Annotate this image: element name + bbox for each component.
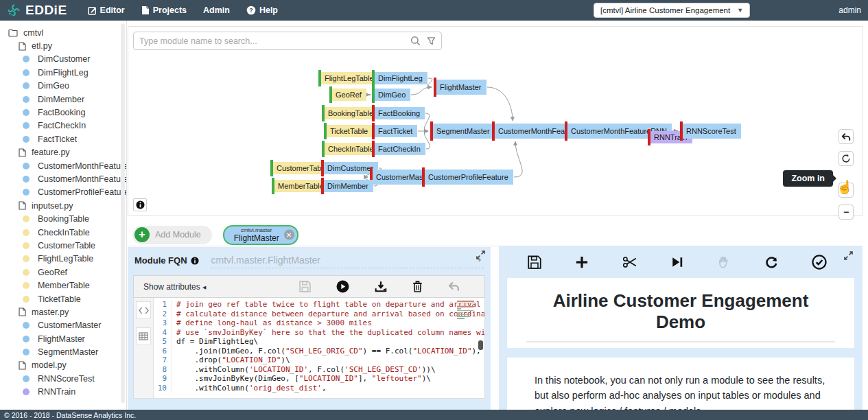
refresh-button[interactable]: [838, 151, 854, 166]
nav-item-admin[interactable]: Admin: [195, 0, 238, 21]
code-line[interactable]: 3# define long-haul as distance > 3000 m…: [154, 318, 484, 328]
run-all-button[interactable]: [671, 256, 683, 268]
code-line[interactable]: 6 .join(DimGeo, F.col("SCH_LEG_ORIG_CD")…: [154, 347, 484, 356]
dag-node-RNNScoreTest[interactable]: RNNScoreTest: [680, 124, 741, 139]
close-tab-icon[interactable]: ✕: [284, 230, 294, 240]
code-line[interactable]: 5df = DimFlightLeg\: [154, 337, 484, 347]
module-dot-icon: [23, 282, 30, 289]
add-cell-button[interactable]: [575, 255, 589, 269]
step-forward-icon: [671, 256, 683, 268]
tree-module-DimCustomer[interactable]: DimCustomer: [0, 53, 126, 66]
tree-file-master-py[interactable]: master.py: [0, 305, 126, 318]
dag-node-CustomerProfileFeature[interactable]: CustomerProfileFeature: [422, 170, 513, 185]
tree-folder-cmtvl[interactable]: cmtvl: [0, 26, 126, 39]
brand[interactable]: EDDiE: [7, 3, 67, 18]
tree-file-model-py[interactable]: model.py: [0, 359, 126, 372]
tree-module-DimMember[interactable]: DimMember: [0, 93, 126, 106]
nav-item-help[interactable]: ? Help: [238, 0, 286, 21]
code-view-button[interactable]: [136, 301, 151, 319]
tree-module-FactTicket[interactable]: FactTicket: [0, 132, 126, 145]
tree-module-FactBooking[interactable]: FactBooking: [0, 106, 126, 119]
tree-module-CustomerTable[interactable]: CustomerTable: [0, 239, 126, 252]
dag-node-DimGeo[interactable]: DimGeo: [372, 89, 410, 101]
interrupt-button[interactable]: [717, 255, 731, 269]
run-button[interactable]: [336, 280, 349, 293]
zoom-out-button[interactable]: −: [838, 205, 854, 220]
tree-module-MemberTable[interactable]: MemberTable: [0, 279, 126, 292]
module-dot-icon: [23, 163, 30, 170]
dag-node-FlightMaster[interactable]: FlightMaster: [434, 80, 486, 95]
table-view-button[interactable]: [136, 327, 151, 345]
code-editor[interactable]: 1# join geo ref table twice to flight ta…: [133, 298, 485, 399]
save-button[interactable]: [299, 281, 311, 292]
validate-button[interactable]: [812, 255, 827, 270]
dag-node-FactBooking[interactable]: FactBooking: [372, 107, 425, 119]
dag-node-FactCheckIn[interactable]: FactCheckIn: [372, 143, 425, 155]
code-line[interactable]: 4# use `smvJoinByKey` here so that the t…: [154, 328, 484, 338]
tree-module-SegmentMaster[interactable]: SegmentMaster: [0, 345, 126, 358]
download-button[interactable]: [375, 281, 387, 292]
code-line[interactable]: 2# calculate distance between departure …: [154, 310, 484, 319]
tab-flightmaster[interactable]: cmtvl.master FlightMaster ✕: [223, 225, 298, 245]
tree-module-RNNTrain[interactable]: RNNTrain: [0, 386, 126, 399]
notebook-title-cell[interactable]: Airline Customer Engagement Demo: [507, 278, 854, 348]
code-line[interactable]: 10 .withColumn('orig_dest_dist',: [154, 384, 484, 393]
expand-icon[interactable]: [476, 250, 485, 259]
tree-module-CustomerMaster[interactable]: CustomerMaster: [0, 319, 126, 332]
undo-button[interactable]: [838, 129, 854, 144]
search-icon[interactable]: [410, 36, 421, 46]
tree-module-CustomerMonthFeature[interactable]: CustomerMonthFeature: [0, 159, 126, 172]
tree-module-TicketTable[interactable]: TicketTable: [0, 292, 126, 305]
restart-kernel-button[interactable]: [764, 255, 778, 269]
add-module-button[interactable]: + Add Module: [132, 226, 212, 244]
nav-item-projects[interactable]: Projects: [133, 0, 195, 21]
sidebar-scrollbar[interactable]: [121, 23, 125, 403]
tree-module-FactCheckIn[interactable]: FactCheckIn: [0, 119, 126, 132]
code-line[interactable]: 1# join geo ref table twice to flight ta…: [154, 300, 484, 310]
tree-module-RNNScoreTest[interactable]: RNNScoreTest: [0, 372, 126, 385]
dag-node-MemberTable[interactable]: MemberTable: [272, 180, 329, 192]
dag-canvas[interactable]: FlightLegTableDimFlightLegFlightMasterGe…: [128, 27, 862, 215]
code-line[interactable]: 9 .smvJoinByKey(DimGeo, ["LOCATION_ID"],…: [154, 374, 484, 384]
cut-cell-button[interactable]: [622, 256, 637, 268]
tree-module-CheckInTable[interactable]: CheckInTable: [0, 226, 126, 239]
dag-node-FactTicket[interactable]: FactTicket: [372, 125, 417, 137]
user-name[interactable]: admin: [838, 5, 861, 15]
nav-item-editor[interactable]: Editor: [80, 0, 133, 21]
dag-node-CheckInTable[interactable]: CheckInTable: [322, 143, 379, 155]
tree-module-BookingTable[interactable]: BookingTable: [0, 212, 126, 225]
tree-file-feature-py[interactable]: feature.py: [0, 146, 126, 159]
save-notebook-button[interactable]: [528, 255, 541, 269]
editor-scrollbar[interactable]: [478, 298, 483, 398]
refresh-icon: [764, 255, 778, 269]
dag-node-SegmentMaster[interactable]: SegmentMaster: [430, 124, 495, 139]
revert-button[interactable]: [448, 281, 460, 292]
dag-node-GeoRef[interactable]: GeoRef: [329, 89, 366, 101]
nav-item-label: Editor: [100, 5, 125, 15]
graph-info-button[interactable]: [133, 198, 147, 211]
show-attributes-toggle[interactable]: Show attributes ◀: [143, 282, 206, 292]
code-line[interactable]: 8 .withColumn('LOCATION_ID', F.col('SCH_…: [154, 365, 484, 375]
tree-module-DimGeo[interactable]: DimGeo: [0, 80, 126, 93]
expand-icon[interactable]: [844, 251, 853, 260]
filter-icon[interactable]: [427, 36, 436, 45]
dag-node-DimFlightLeg[interactable]: DimFlightLeg: [372, 72, 427, 84]
tree-module-DimFlightLeg[interactable]: DimFlightLeg: [0, 66, 126, 79]
module-fqn-input[interactable]: cmtvl.master.FlightMaster ▼: [210, 255, 484, 268]
code-line[interactable]: 7 .drop("LOCATION_ID")\: [154, 355, 484, 365]
code-area[interactable]: 1# join geo ref table twice to flight ta…: [154, 298, 484, 398]
dag-node-TicketTable[interactable]: TicketTable: [324, 125, 373, 137]
project-select-dropdown[interactable]: [cmtvl] Airline Customer Engagement ▼: [594, 3, 750, 18]
tree-module-GeoRef[interactable]: GeoRef: [0, 266, 126, 279]
module-search-input[interactable]: [139, 36, 410, 46]
tree-file-inputset-py[interactable]: inputset.py: [0, 199, 126, 212]
dag-node-DimMember[interactable]: DimMember: [321, 180, 373, 192]
tree-file-etl-py[interactable]: etl.py: [0, 39, 126, 52]
tree-module-CustomerMonthFeature[interactable]: CustomerMonthFeature...: [0, 172, 126, 185]
delete-button[interactable]: [412, 281, 423, 292]
tree-module-FlightLegTable[interactable]: FlightLegTable: [0, 253, 126, 266]
dag-node-BookingTable[interactable]: BookingTable: [322, 107, 378, 119]
tree-module-FlightMaster[interactable]: FlightMaster: [0, 332, 126, 345]
dag-node-FlightLegTable[interactable]: FlightLegTable: [318, 72, 379, 84]
tree-module-CustomerProfileFeature[interactable]: CustomerProfileFeature: [0, 186, 126, 199]
